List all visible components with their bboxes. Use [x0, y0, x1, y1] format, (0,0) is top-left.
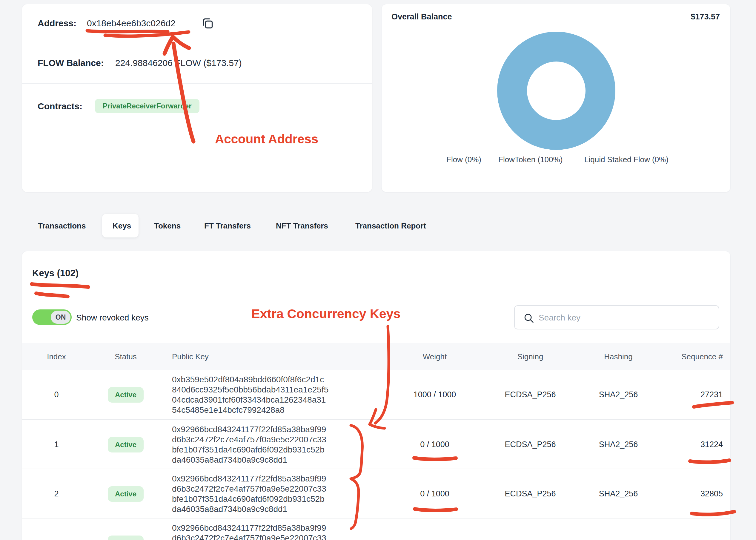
- key-signing: ECDSA_P256: [494, 469, 566, 518]
- toggle-knob[interactable]: ON: [51, 311, 70, 324]
- public-key: 0x92966bcd843241177f22fd85a38ba9f99 d6b3…: [172, 424, 326, 465]
- tab-transactions[interactable]: Transactions: [38, 221, 86, 230]
- flow-balance-value: 224.98846206 FLOW ($173.57): [115, 58, 242, 68]
- tab-ft-transfers[interactable]: FT Transfers: [204, 221, 251, 230]
- overall-balance-total: $173.57: [691, 12, 720, 22]
- col-status: Status: [103, 343, 148, 370]
- search-key-input[interactable]: [538, 306, 712, 330]
- flow-balance-label: FLOW Balance:: [38, 58, 104, 68]
- keys-table-header: Index Status Public Key Weight Signing H…: [22, 343, 730, 370]
- legend-liquid-staked-flow[interactable]: Liquid Staked Flow (0%): [584, 155, 669, 164]
- status-badge: Active: [108, 486, 144, 502]
- key-hashing: SHA2_256: [583, 469, 654, 518]
- search-key-box: [514, 305, 719, 330]
- divider: [22, 43, 372, 43]
- account-info-card: Address: 0x18eb4ee6b3c026d2 FLOW Balance…: [22, 4, 372, 192]
- divider: [22, 83, 372, 84]
- key-weight: 1000 / 1000: [399, 370, 471, 419]
- key-weight: 0 / 1000: [399, 518, 471, 540]
- keys-section-title: Keys (102): [32, 268, 78, 279]
- tab-nft-transfers[interactable]: NFT Transfers: [276, 221, 328, 230]
- address-value: 0x18eb4ee6b3c026d2: [87, 18, 175, 28]
- overall-balance-card: Overall Balance $173.57 Flow (0%) FlowTo…: [381, 4, 731, 192]
- key-index: 3: [34, 518, 79, 540]
- key-index: 2: [34, 469, 79, 518]
- balance-donut-chart: [497, 32, 615, 150]
- public-key: 0x92966bcd843241177f22fd85a38ba9f99 d6b3…: [172, 523, 326, 540]
- key-row-1: 1 Active 0x92966bcd843241177f22fd85a38ba…: [22, 419, 730, 469]
- col-signing: Signing: [494, 343, 566, 370]
- show-revoked-keys-label: Show revoked keys: [76, 313, 149, 323]
- key-weight: 0 / 1000: [399, 420, 471, 469]
- key-signing: ECDSA_P256: [494, 420, 566, 469]
- key-index: 0: [34, 370, 79, 419]
- key-sequence: 27231: [663, 370, 723, 419]
- col-index: Index: [34, 343, 79, 370]
- legend-flowtoken[interactable]: FlowToken (100%): [498, 155, 563, 164]
- key-signing: ECDSA_P256: [494, 370, 566, 419]
- key-hashing: SHA2_256: [583, 370, 654, 419]
- key-sequence: 31224: [663, 420, 723, 469]
- overall-balance-title: Overall Balance: [391, 12, 452, 22]
- legend-flow[interactable]: Flow (0%): [446, 155, 481, 164]
- status-badge: Active: [108, 437, 144, 453]
- key-weight: 0 / 1000: [399, 469, 471, 518]
- col-sequence: Sequence #: [663, 343, 723, 370]
- key-hashing: SHA2_256: [583, 420, 654, 469]
- copy-icon[interactable]: [201, 16, 214, 31]
- tab-keys[interactable]: Keys: [113, 221, 131, 230]
- key-row-0: 0 Active 0xb359e502df804a89bdd660f0f8f6c…: [22, 370, 730, 419]
- key-hashing: SHA2_256: [583, 518, 654, 540]
- tab-tokens[interactable]: Tokens: [154, 221, 181, 230]
- key-row-2: 2 Active 0x92966bcd843241177f22fd85a38ba…: [22, 469, 730, 518]
- tab-transaction-report[interactable]: Transaction Report: [355, 221, 426, 230]
- account-page: Address: 0x18eb4ee6b3c026d2 FLOW Balance…: [0, 0, 756, 540]
- public-key: 0xb359e502df804a89bdd660f0f8f6c2d1c 840d…: [172, 374, 328, 415]
- col-public-key: Public Key: [172, 343, 369, 370]
- key-signing: ECDSA_P256: [494, 518, 566, 540]
- col-hashing: Hashing: [583, 343, 654, 370]
- key-sequence: [663, 518, 723, 540]
- status-badge: Active: [108, 536, 144, 540]
- show-revoked-keys-toggle[interactable]: ON: [32, 310, 72, 325]
- search-icon: [523, 313, 534, 325]
- key-index: 1: [34, 420, 79, 469]
- status-badge: Active: [108, 387, 144, 403]
- col-weight: Weight: [399, 343, 471, 370]
- public-key: 0x92966bcd843241177f22fd85a38ba9f99 d6b3…: [172, 474, 326, 514]
- keys-card: Keys (102) ON Show revoked keys Index St…: [22, 251, 731, 540]
- key-row-3: 3 Active 0x92966bcd843241177f22fd85a38ba…: [22, 518, 730, 540]
- contracts-label: Contracts:: [38, 101, 82, 111]
- address-label: Address:: [38, 18, 76, 28]
- key-sequence: 32805: [663, 469, 723, 518]
- contract-badge[interactable]: PrivateReceiverForwarder: [95, 99, 199, 113]
